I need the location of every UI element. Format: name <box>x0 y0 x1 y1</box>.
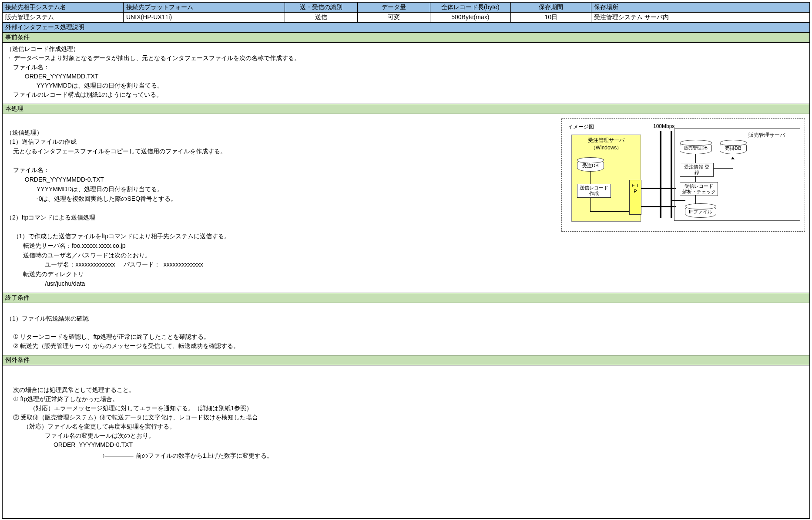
hdr-value-platform: UNIX(HP-UX11i) <box>124 13 285 23</box>
hdr-label-retention: 保存期間 <box>511 3 591 13</box>
left-conn-1 <box>590 172 591 184</box>
hdr-value-retention: 10日 <box>511 13 591 23</box>
right-db2: 売掛DB <box>720 142 747 154</box>
bar-interface-desc: 外部インタフェース処理説明 <box>3 23 809 33</box>
hdr-label-system: 接続先相手システム名 <box>3 3 124 13</box>
backbone-line-1 <box>660 131 661 218</box>
exception-body: 次の場合には処理異常として処理すること。 ① ftp処理が正常終了しなかった場合… <box>3 365 809 518</box>
right-if-file: IFファイル <box>685 206 716 218</box>
diagram-caption: イメージ図 <box>568 123 594 131</box>
diagram-container: イメージ図 100Mbps 受注管理サーバ （Windows） 受注DB 送信レ… <box>561 114 809 293</box>
hdr-label-location: 保存場所 <box>591 3 809 13</box>
left-proc-box: 送信レコード 作成 <box>577 184 611 198</box>
left-db: 受注DB <box>577 159 604 172</box>
left-conn-2b <box>590 211 629 212</box>
ftp-box: F T P <box>629 180 641 215</box>
r-conn-db2a <box>714 168 733 169</box>
hdr-label-direction: 送・受信の識別 <box>285 3 358 13</box>
precondition-body: （送信レコード作成処理） ・ データベースより対象となるデータが抽出し、元となる… <box>3 43 809 104</box>
r-conn-1 <box>695 154 696 163</box>
right-link <box>672 200 685 201</box>
hdr-value-volume: 可変 <box>358 13 430 23</box>
left-server-os: （Windows） <box>591 145 622 151</box>
bar-main-process: 本処理 <box>3 104 809 114</box>
r-conn-3 <box>695 195 696 204</box>
bar-exception: 例外条件 <box>3 355 809 365</box>
hdr-label-platform: 接続先プラットフォーム <box>124 3 285 13</box>
link-line-top <box>641 188 676 189</box>
hdr-value-system: 販売管理システム <box>3 13 124 23</box>
exception-text: 次の場合には処理異常として処理すること。 ① ftp処理が正常終了しなかった場合… <box>6 386 258 448</box>
right-proc2: 受信レコード 解析・チェック <box>680 182 718 196</box>
arrow-up-icon <box>731 155 735 159</box>
filename-arrow-note: 前のファイルの数字から1上げた数字に変更する。 <box>102 451 273 460</box>
hdr-value-reclen: 500Byte(max) <box>430 13 511 23</box>
document-root: 接続先相手システム名 接続先プラットフォーム 送・受信の識別 データ量 全体レコ… <box>2 2 810 519</box>
backbone-line-2 <box>671 131 672 218</box>
header-values-row: 販売管理システム UNIX(HP-UX11i) 送信 可変 500Byte(ma… <box>3 13 809 23</box>
end-condition-body: （1）ファイル転送結果の確認 ① リターンコードを確認し、ftp処理が正常に終了… <box>3 303 809 355</box>
left-server-title: 受注管理サーバ （Windows） <box>572 135 641 152</box>
right-server-title: 販売管理サーバ <box>748 132 785 139</box>
link-line-bottom <box>641 206 676 207</box>
right-db1: 販売管理DB <box>680 142 712 154</box>
hdr-value-location: 受注管理システム サーバ内 <box>591 13 809 23</box>
right-server-box: 販売管理サーバ 販売管理DB 売掛DB 受注情報 登録 受信レコード 解析・チェ… <box>674 128 800 221</box>
r-conn-2 <box>695 176 696 182</box>
right-proc1: 受注情報 登録 <box>680 163 714 177</box>
hdr-label-volume: データ量 <box>358 3 430 13</box>
bar-end-condition: 終了条件 <box>3 293 809 303</box>
hdr-value-direction: 送信 <box>285 13 358 23</box>
network-diagram: イメージ図 100Mbps 受注管理サーバ （Windows） 受注DB 送信レ… <box>561 118 805 232</box>
left-server-name: 受注管理サーバ <box>588 137 624 143</box>
main-process-body: （送信処理） （1）送信ファイルの作成 元となるインタフェースファイルをコピーし… <box>3 114 556 293</box>
left-conn-2a <box>590 198 591 211</box>
hdr-label-reclen: 全体レコード長(byte) <box>430 3 511 13</box>
header-labels-row: 接続先相手システム名 接続先プラットフォーム 送・受信の識別 データ量 全体レコ… <box>3 3 809 13</box>
diagram-speed: 100Mbps <box>653 123 674 129</box>
bar-precondition: 事前条件 <box>3 33 809 43</box>
